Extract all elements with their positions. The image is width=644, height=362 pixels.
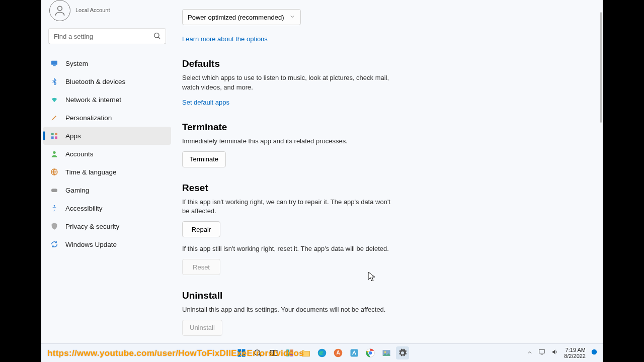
taskbar-right: 7:19 AM 8/2/2022 <box>527 347 598 359</box>
avatar-icon <box>49 0 70 21</box>
sidebar-item-personalization[interactable]: Personalization <box>43 109 171 127</box>
shield-icon <box>50 222 58 230</box>
settings-window: Local Account System Bluetooth & devices… <box>41 0 603 343</box>
svg-point-12 <box>54 205 55 207</box>
brush-icon <box>50 114 58 122</box>
svg-rect-11 <box>51 189 57 192</box>
defaults-desc: Select which apps to use to listen to mu… <box>182 73 393 93</box>
reset-section: Reset If this app isn't working right, w… <box>182 183 393 276</box>
main-content: Power optimized (recommended) Learn more… <box>173 0 603 343</box>
bluetooth-icon <box>50 77 58 85</box>
uninstall-desc: Uninstall this app and its settings. You… <box>182 305 393 315</box>
learn-more-link[interactable]: Learn more about the options <box>182 35 268 43</box>
defaults-title: Defaults <box>182 58 393 69</box>
uninstall-title: Uninstall <box>182 290 393 301</box>
terminate-button[interactable]: Terminate <box>182 151 226 167</box>
nav-label: System <box>65 60 88 67</box>
nav-label: Gaming <box>65 187 89 194</box>
defaults-section: Defaults Select which apps to use to lis… <box>182 58 393 107</box>
globe-icon <box>50 168 58 176</box>
profile-block[interactable]: Local Account <box>41 0 173 25</box>
repair-button[interactable]: Repair <box>182 221 220 237</box>
svg-point-1 <box>154 33 159 38</box>
sidebar-item-accessibility[interactable]: Accessibility <box>43 199 171 217</box>
svg-point-30 <box>369 351 372 355</box>
edge-icon[interactable] <box>315 346 329 359</box>
tray-chevron-icon[interactable] <box>527 348 533 357</box>
search-wrap <box>48 28 166 44</box>
uninstall-button[interactable]: Uninstall <box>182 320 222 336</box>
nav-label: Accounts <box>65 150 94 158</box>
svg-point-32 <box>384 351 386 353</box>
nav-label: Network & internet <box>65 96 121 104</box>
svg-point-0 <box>58 6 62 11</box>
svg-rect-33 <box>539 349 545 353</box>
url-overlay: https://www.youtube.com/user/HowToFixDll… <box>47 348 304 358</box>
sidebar-item-gaming[interactable]: Gaming <box>43 181 171 199</box>
clock-date: 8/2/2022 <box>564 353 586 359</box>
sidebar: Local Account System Bluetooth & devices… <box>41 0 173 343</box>
svg-rect-4 <box>53 65 55 66</box>
uninstall-section: Uninstall Uninstall this app and its set… <box>182 290 393 336</box>
person-icon <box>50 150 58 158</box>
nav-label: Bluetooth & devices <box>65 78 125 85</box>
svg-point-35 <box>592 349 597 355</box>
sidebar-item-update[interactable]: Windows Update <box>43 235 171 253</box>
svg-rect-7 <box>51 136 54 139</box>
app-icon-1[interactable]: A <box>332 346 345 359</box>
sidebar-item-system[interactable]: System <box>43 54 171 72</box>
sidebar-item-apps[interactable]: Apps <box>43 127 171 145</box>
reset-title: Reset <box>182 183 393 194</box>
monitor-icon <box>50 59 58 67</box>
nav-label: Accessibility <box>65 205 103 212</box>
scroll-thumb[interactable] <box>600 12 602 123</box>
clock-time: 7:19 AM <box>564 347 586 353</box>
notification-icon[interactable] <box>591 348 598 357</box>
chrome-icon[interactable] <box>364 346 377 359</box>
svg-line-2 <box>158 37 160 39</box>
nav-label: Privacy & security <box>65 223 119 230</box>
app-icon-2[interactable] <box>348 346 361 359</box>
update-icon <box>50 240 58 248</box>
reset-desc2: If this app still isn't working right, r… <box>182 244 393 254</box>
gamepad-icon <box>50 186 58 194</box>
settings-icon[interactable] <box>396 346 409 359</box>
profile-subtitle: Local Account <box>75 7 110 14</box>
photos-icon[interactable] <box>380 346 393 359</box>
tray-display-icon[interactable] <box>538 348 546 357</box>
svg-point-9 <box>53 151 55 154</box>
sidebar-item-privacy[interactable]: Privacy & security <box>43 217 171 235</box>
search-icon[interactable] <box>153 32 161 42</box>
sidebar-item-bluetooth[interactable]: Bluetooth & devices <box>43 72 171 90</box>
wifi-icon <box>50 96 58 104</box>
svg-rect-5 <box>51 133 54 135</box>
nav-list: System Bluetooth & devices Network & int… <box>41 49 173 253</box>
nav-label: Time & language <box>65 168 117 176</box>
accessibility-icon <box>50 204 58 212</box>
svg-text:A: A <box>336 350 340 355</box>
terminate-title: Terminate <box>182 122 393 133</box>
chevron-down-icon <box>289 14 295 21</box>
apps-icon <box>50 132 58 140</box>
power-dropdown[interactable]: Power optimized (recommended) <box>182 9 301 25</box>
svg-rect-28 <box>351 349 358 357</box>
dropdown-value: Power optimized (recommended) <box>188 14 284 21</box>
svg-rect-3 <box>51 61 57 65</box>
nav-label: Apps <box>65 132 81 140</box>
reset-desc1: If this app isn't working right, we can … <box>182 198 393 217</box>
nav-label: Windows Update <box>65 241 117 248</box>
terminate-desc: Immediately terminate this app and its r… <box>182 137 393 146</box>
reset-button[interactable]: Reset <box>182 259 220 275</box>
set-default-apps-link[interactable]: Set default apps <box>182 99 229 106</box>
nav-label: Personalization <box>65 114 112 122</box>
sidebar-item-time[interactable]: Time & language <box>43 163 171 181</box>
taskbar-clock[interactable]: 7:19 AM 8/2/2022 <box>564 347 586 359</box>
sidebar-item-accounts[interactable]: Accounts <box>43 145 171 163</box>
svg-rect-8 <box>55 136 57 139</box>
svg-rect-6 <box>55 133 57 135</box>
terminate-section: Terminate Immediately terminate this app… <box>182 122 393 167</box>
scrollbar[interactable] <box>597 0 603 343</box>
sidebar-item-network[interactable]: Network & internet <box>43 90 171 109</box>
search-input[interactable] <box>48 28 166 44</box>
tray-volume-icon[interactable] <box>551 348 559 357</box>
